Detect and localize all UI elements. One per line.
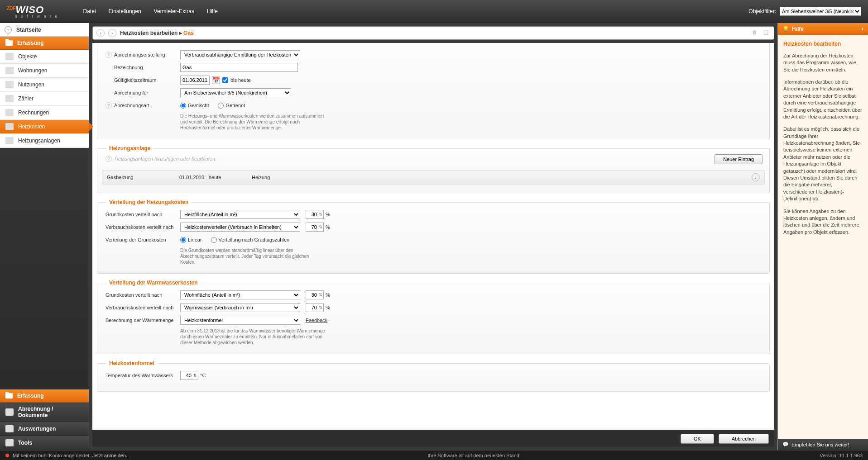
unit-pct: %	[326, 212, 330, 217]
help-body[interactable]: Heizkosten bearbeiten Zur Abrechnung der…	[778, 35, 868, 439]
cancel-button[interactable]: Abbrechen	[719, 434, 769, 444]
section-formel: Heizkostenformel Temperatur des Warmwass…	[97, 363, 770, 392]
spinner-grund-ww-pct[interactable]	[306, 290, 324, 299]
section-title: Heizkostenformel	[106, 360, 157, 366]
sidebar-section-erfassung[interactable]: Erfassung	[0, 37, 89, 50]
objekt-filter-select[interactable]: Am Siebertsweiher 3/5 (Neunkirchen)	[780, 7, 861, 16]
sidebar-item-heizungsanlagen[interactable]: Heizungsanlagen	[0, 134, 89, 148]
speech-bubble-icon: 💬	[782, 441, 789, 447]
sidebar-section-label: Erfassung	[17, 40, 44, 46]
help-panel-title: Hilfe	[792, 26, 804, 32]
select-abrechnungserstellung[interactable]: Verbrauchsabhängige Ermittlung der Heizk…	[180, 50, 300, 59]
label-verbrauch: Verbrauchskosten verteilt nach	[106, 224, 173, 230]
calendar-button[interactable]: 📅	[212, 76, 220, 84]
sidebar-bottom-label: Abrechnung / Dokumente	[18, 406, 83, 418]
section-hint-text: Heizungsanlagen hinzufügen oder bearbeit…	[115, 156, 216, 161]
spinner-verbrauch-heiz-pct[interactable]	[306, 223, 324, 232]
help-paragraph: Sie können Angaben zu den Heizkosten anl…	[783, 208, 863, 236]
sidebar-home[interactable]: ⌂ Startseite	[0, 23, 89, 37]
input-bezeichnung[interactable]	[180, 63, 298, 72]
select-berechnung[interactable]: Heizkostenformel	[180, 316, 300, 325]
help-panel: 💡 Hilfe › Heizkosten bearbeiten Zur Abre…	[777, 23, 868, 450]
unit-pct: %	[326, 224, 330, 230]
sidebar-item-heizkosten[interactable]: Heizkosten	[0, 120, 89, 134]
spinner-verbrauch-ww-pct[interactable]	[306, 303, 324, 312]
radio-gradtag[interactable]	[211, 237, 217, 243]
select-verbrauch-ww[interactable]: Warmwasser (Verbrauch in m³)	[180, 303, 300, 312]
tools-icon	[5, 439, 14, 446]
recommend-label: Empfehlen Sie uns weiter!	[791, 442, 849, 447]
delete-icon[interactable]: 🗑	[752, 29, 759, 37]
section-title: Verteilung der Warmwasserkosten	[106, 280, 201, 286]
top-bar: ZDF WISO s o f t w a r e Datei Einstellu…	[0, 0, 868, 23]
spinner-temperatur[interactable]	[180, 371, 198, 380]
recommend-bar[interactable]: 💬 Empfehlen Sie uns weiter!	[778, 439, 868, 450]
nutzungen-icon	[5, 81, 14, 88]
select-abrechnung-fuer[interactable]: Am Siebertsweiher 3/5 (Neunkirchen)	[180, 88, 291, 97]
feedback-link[interactable]: Feedback	[306, 318, 327, 323]
sidebar-item-label: Heizungsanlagen	[18, 138, 60, 144]
sidebar-item-zaehler[interactable]: Zähler	[0, 92, 89, 106]
sidebar-item-wohnungen[interactable]: Wohnungen	[0, 64, 89, 78]
sidebar-item-nutzungen[interactable]: Nutzungen	[0, 78, 89, 92]
ok-button[interactable]: OK	[681, 434, 714, 444]
radio-label-getrennt: Getrennt	[225, 103, 245, 108]
label-abrechnungserstellung: Abrechnungserstellung	[114, 52, 165, 57]
heizanlage-entry-row[interactable]: Gasheizung 01.01.2010 - heute Heizung ›	[102, 170, 765, 185]
select-grundkosten-heiz[interactable]: Heizfläche (Anteil in m²)	[180, 210, 300, 219]
zaehler-icon	[5, 95, 14, 102]
copy-icon[interactable]: 📋	[763, 29, 770, 37]
label-verbrauch-ww: Verbrauchskosten verteilt nach	[106, 305, 173, 310]
sidebar-item-label: Wohnungen	[18, 67, 48, 74]
breadcrumb-path: Heizkosten bearbeiten	[120, 30, 177, 36]
help-panel-header[interactable]: 💡 Hilfe ›	[778, 23, 868, 35]
help-icon[interactable]: ?	[106, 102, 112, 109]
checkbox-bis-heute[interactable]	[222, 77, 228, 83]
help-icon[interactable]: ?	[106, 52, 112, 58]
menu-vermieter[interactable]: Vermieter-Extras	[148, 5, 201, 18]
label-grundkosten-ww: Grundkosten verteilt nach	[106, 292, 162, 298]
radio-gemischt[interactable]	[180, 103, 186, 109]
left-sidebar: ⌂ Startseite Erfassung Objekte Wohnungen…	[0, 23, 89, 450]
content-area[interactable]: ?Abrechnungserstellung Verbrauchsabhängi…	[92, 43, 774, 430]
sidebar-bottom-erfassung[interactable]: Erfassung	[0, 389, 89, 403]
menu-bar: Datei Einstellungen Vermieter-Extras Hil…	[77, 5, 224, 18]
sidebar-item-label: Objekte	[18, 53, 37, 60]
breadcrumb-sep: ▸	[179, 30, 183, 36]
sidebar-bottom-abrechnung[interactable]: Abrechnung / Dokumente	[0, 403, 89, 422]
center-panel: ‹ › Heizkosten bearbeiten ▸ Gas 🗑 📋 ?Abr…	[89, 23, 777, 450]
menu-datei[interactable]: Datei	[77, 5, 102, 18]
entry-date: 01.01.2010 - heute	[179, 175, 252, 180]
menu-hilfe[interactable]: Hilfe	[201, 5, 224, 18]
status-login-link[interactable]: Jetzt anmelden.	[92, 453, 128, 458]
label-berechnung: Berechnung der Wärmemenge	[106, 318, 173, 323]
auswertungen-icon	[5, 425, 14, 432]
breadcrumb-current: Gas	[183, 30, 194, 36]
menu-einstellungen[interactable]: Einstellungen	[102, 5, 148, 18]
heizkosten-icon	[5, 123, 14, 130]
sidebar-item-label: Nutzungen	[18, 81, 44, 88]
section-warmwasser: Verteilung der Warmwasserkosten Grundkos…	[97, 283, 770, 354]
help-icon[interactable]: ?	[106, 156, 112, 162]
radio-linear[interactable]	[180, 237, 186, 243]
sidebar-bottom-label: Erfassung	[17, 393, 44, 399]
entry-arrow-icon[interactable]: ›	[752, 173, 760, 181]
select-grundkosten-ww[interactable]: Wohnfläche (Anteil in m²)	[180, 290, 300, 299]
sidebar-bottom-auswertungen[interactable]: Auswertungen	[0, 422, 89, 436]
objekt-filter-label: Objektfilter:	[748, 8, 776, 14]
input-date-from[interactable]	[180, 76, 210, 85]
radio-getrennt[interactable]	[218, 103, 224, 109]
sidebar-bottom-tools[interactable]: Tools	[0, 436, 89, 450]
spinner-grund-heiz-pct[interactable]	[306, 210, 324, 219]
folder-icon	[5, 393, 13, 398]
nav-forward-button[interactable]: ›	[108, 29, 116, 37]
status-dot-icon	[5, 454, 9, 457]
sidebar-item-rechnungen[interactable]: Rechnungen	[0, 106, 89, 120]
lightbulb-icon: 💡	[782, 26, 789, 32]
select-verbrauch-heiz[interactable]: Heizkostenverteiler (Verbrauch in Einhei…	[180, 223, 300, 232]
new-entry-button[interactable]: Neuer Eintrag	[715, 154, 762, 164]
logo-zdf: ZDF	[7, 6, 15, 11]
label-gueltigkeit: Gültigkeitszeitraum	[114, 77, 157, 83]
nav-back-button[interactable]: ‹	[96, 29, 105, 37]
sidebar-item-objekte[interactable]: Objekte	[0, 50, 89, 64]
